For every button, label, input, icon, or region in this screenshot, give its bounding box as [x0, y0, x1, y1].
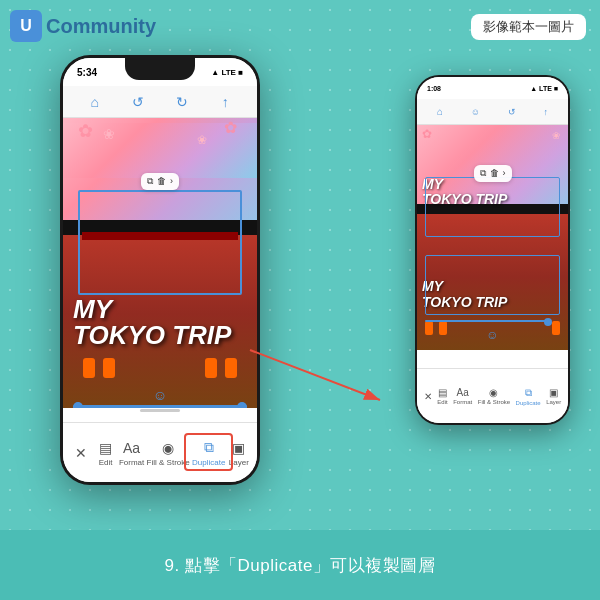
small-format-icon[interactable]: Aa: [457, 387, 469, 398]
small-status-icons: ▲ LTE ■: [530, 85, 558, 92]
tool-close[interactable]: ✕: [70, 444, 92, 462]
flower-detail-2: ❀: [103, 126, 115, 142]
lantern-4: [205, 358, 217, 378]
small-fill-label: Fill & Stroke: [478, 399, 510, 405]
header: U Community: [10, 10, 156, 42]
duplicate-highlight-box: [184, 433, 233, 471]
small-refresh-icon[interactable]: ↺: [508, 107, 516, 117]
svg-line-1: [250, 350, 380, 400]
flower-detail-4: ❀: [197, 133, 207, 147]
small-selection-top: [425, 177, 560, 237]
phone-image-area: ✿ ❀ ✿ ❀ ⧉ 🗑 ›: [63, 118, 257, 408]
small-close-icon[interactable]: ✕: [424, 391, 432, 402]
small-bottom-tools: ✕ ▤ Edit Aa Format ◉ Fill & Stroke ⧉ Dup…: [417, 368, 568, 423]
share-icon[interactable]: ↑: [216, 93, 234, 111]
phone-text-overlay: MY TOKYO TRIP: [73, 296, 247, 348]
small-tool-format[interactable]: Aa Format: [453, 387, 472, 405]
small-context-menu: ⧉ 🗑 ›: [474, 165, 512, 182]
ctx-more-icon[interactable]: ›: [170, 176, 173, 187]
small-flower-2: ❀: [552, 130, 560, 141]
small-duplicate-icon[interactable]: ⧉: [525, 387, 532, 399]
text-selection-box: [78, 190, 242, 295]
phone-bottom-tools: ✕ ▤ Edit Aa Format ◉ Fill & Stroke ⧉ Dup…: [63, 422, 257, 482]
tool-edit[interactable]: ▤ Edit: [95, 439, 117, 467]
small-layer-icon[interactable]: ▣: [549, 387, 558, 398]
ctx-copy-icon[interactable]: ⧉: [147, 176, 153, 187]
caption-box: 影像範本一圖片: [471, 14, 586, 40]
small-image-area: ✿ ❀ ⧉ 🗑 › MY: [417, 125, 568, 350]
phone-main-inner: 5:34 ▲ LTE ■ ⌂ ↺ ↻ ↑ ✿ ❀ ✿ ❀: [63, 58, 257, 482]
small-lantern-3: [552, 321, 560, 335]
trip-text-my: MY: [73, 296, 247, 322]
phone-small: 1:08 ▲ LTE ■ ⌂ ☺ ↺ ↑ ✿ ❀: [415, 75, 570, 425]
small-duplicate-label: Duplicate: [516, 400, 541, 406]
small-tool-layer[interactable]: ▣ Layer: [546, 387, 561, 405]
bottom-bar-text: 9. 點擊「Duplicate」可以複製圖層: [165, 554, 436, 577]
home-indicator: [63, 408, 257, 414]
blue-dot-left[interactable]: [73, 402, 83, 408]
logo-icon: U: [10, 10, 42, 42]
tool-duplicate[interactable]: ⧉ Duplicate: [192, 439, 225, 467]
small-smiley-icon[interactable]: ☺: [486, 328, 498, 342]
small-lantern-2: [439, 321, 447, 335]
small-fill-icon[interactable]: ◉: [489, 387, 498, 398]
phone-small-inner: 1:08 ▲ LTE ■ ⌂ ☺ ↺ ↑ ✿ ❀: [417, 77, 568, 423]
fill-icon[interactable]: ◉: [157, 439, 179, 457]
small-status-time: 1:08: [427, 85, 441, 92]
phone-top-toolbar: ⌂ ↺ ↻ ↑: [63, 86, 257, 118]
small-edit-icon[interactable]: ▤: [438, 387, 447, 398]
status-bar-small: 1:08 ▲ LTE ■: [417, 77, 568, 99]
ctx-delete-icon[interactable]: 🗑: [157, 176, 166, 187]
small-slider[interactable]: [425, 320, 548, 322]
phone-main: 5:34 ▲ LTE ■ ⌂ ↺ ↻ ↑ ✿ ❀ ✿ ❀: [60, 55, 260, 485]
format-icon[interactable]: Aa: [121, 439, 143, 457]
small-ctx-more[interactable]: ›: [503, 168, 506, 179]
small-ctx-copy[interactable]: ⧉: [480, 168, 486, 179]
small-top-toolbar: ⌂ ☺ ↺ ↑: [417, 99, 568, 125]
flower-detail-3: ✿: [224, 118, 237, 137]
status-icons-main: ▲ LTE ■: [211, 68, 243, 77]
smiley-icon[interactable]: ☺: [153, 387, 167, 403]
lantern-2: [103, 358, 115, 378]
flower-detail-1: ✿: [78, 120, 93, 142]
edit-icon[interactable]: ▤: [95, 439, 117, 457]
close-icon[interactable]: ✕: [70, 444, 92, 462]
small-tool-edit[interactable]: ▤ Edit: [437, 387, 447, 405]
logo-text: Community: [46, 15, 156, 38]
blue-slider[interactable]: [73, 405, 247, 408]
home-icon[interactable]: ⌂: [86, 93, 104, 111]
small-tool-fill[interactable]: ◉ Fill & Stroke: [478, 387, 510, 405]
lantern-1: [83, 358, 95, 378]
format-label: Format: [119, 458, 144, 467]
small-selection-bottom: [425, 255, 560, 315]
small-layer-label: Layer: [546, 399, 561, 405]
small-tool-close[interactable]: ✕: [424, 391, 432, 402]
bottom-bar: 9. 點擊「Duplicate」可以複製圖層: [0, 530, 600, 600]
small-share-icon[interactable]: ↑: [544, 107, 549, 117]
status-time-main: 5:34: [77, 67, 97, 78]
arrow-connector: [240, 340, 400, 420]
edit-label: Edit: [99, 458, 113, 467]
refresh-icon[interactable]: ↺: [129, 93, 147, 111]
small-flower-1: ✿: [422, 127, 432, 141]
small-tool-duplicate[interactable]: ⧉ Duplicate: [516, 387, 541, 406]
small-format-label: Format: [453, 399, 472, 405]
context-menu-bar: ⧉ 🗑 ›: [141, 173, 179, 190]
trip-text-tokyo: TOKYO TRIP: [73, 322, 247, 348]
phone-notch: [125, 58, 195, 80]
small-emoji1-icon[interactable]: ☺: [471, 107, 480, 117]
small-dot[interactable]: [544, 318, 552, 326]
caption-text: 影像範本一圖片: [483, 19, 574, 34]
forward-icon[interactable]: ↻: [173, 93, 191, 111]
home-indicator-bar: [140, 409, 180, 412]
small-home-icon[interactable]: ⌂: [437, 106, 443, 117]
small-edit-label: Edit: [437, 399, 447, 405]
small-lantern-1: [425, 321, 433, 335]
tool-format[interactable]: Aa Format: [119, 439, 144, 467]
small-ctx-del[interactable]: 🗑: [490, 168, 499, 179]
lantern-3: [225, 358, 237, 378]
